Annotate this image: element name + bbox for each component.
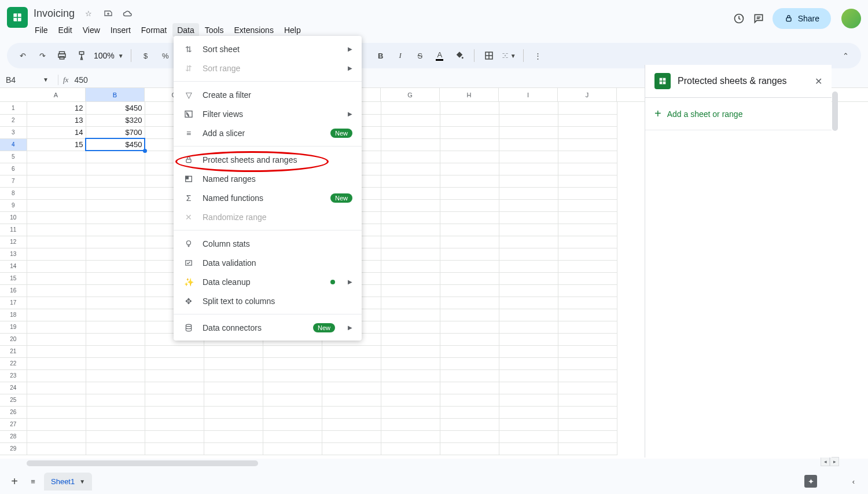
cell[interactable] bbox=[86, 224, 145, 236]
cell[interactable] bbox=[499, 418, 558, 430]
add-sheet-icon[interactable]: + bbox=[7, 474, 22, 489]
row-header[interactable]: 19 bbox=[0, 321, 27, 333]
cell[interactable] bbox=[440, 151, 499, 163]
cell[interactable] bbox=[499, 224, 558, 236]
cell[interactable] bbox=[27, 430, 86, 442]
cell[interactable]: $450 bbox=[86, 102, 145, 114]
cell[interactable] bbox=[558, 175, 617, 187]
cell[interactable] bbox=[440, 260, 499, 272]
cell[interactable] bbox=[27, 199, 86, 211]
cell[interactable] bbox=[145, 406, 204, 418]
cell[interactable] bbox=[499, 272, 558, 284]
cell[interactable] bbox=[558, 138, 617, 151]
row-header[interactable]: 1 bbox=[0, 102, 27, 114]
row-header[interactable]: 8 bbox=[0, 187, 27, 199]
menu-file[interactable]: File bbox=[30, 23, 53, 37]
cell[interactable] bbox=[440, 236, 499, 248]
cell[interactable] bbox=[86, 151, 145, 163]
col-header-G[interactable]: G bbox=[381, 88, 440, 101]
cell[interactable] bbox=[499, 394, 558, 406]
cell[interactable] bbox=[440, 175, 499, 187]
cell[interactable] bbox=[440, 345, 499, 357]
menu-add-slicer[interactable]: ≡Add a slicerNew bbox=[174, 123, 362, 142]
hscroll-left-icon[interactable]: ◂ bbox=[821, 457, 830, 466]
cell[interactable] bbox=[558, 442, 617, 455]
row-header[interactable]: 26 bbox=[0, 406, 27, 418]
cell[interactable] bbox=[27, 163, 86, 175]
cell[interactable] bbox=[27, 175, 86, 187]
menu-protect-sheets[interactable]: Protect sheets and ranges bbox=[174, 150, 362, 169]
cell[interactable] bbox=[381, 151, 440, 163]
cell[interactable] bbox=[558, 272, 617, 284]
cell[interactable] bbox=[322, 345, 381, 357]
cell[interactable] bbox=[86, 309, 145, 321]
cell[interactable] bbox=[558, 224, 617, 236]
cell[interactable] bbox=[499, 321, 558, 333]
cell[interactable] bbox=[263, 394, 322, 406]
cell[interactable] bbox=[440, 126, 499, 138]
cell[interactable] bbox=[558, 297, 617, 309]
cell[interactable] bbox=[440, 163, 499, 175]
cell[interactable] bbox=[381, 321, 440, 333]
menu-data-validation[interactable]: Data validation bbox=[174, 253, 362, 272]
cell[interactable] bbox=[381, 248, 440, 260]
cell[interactable] bbox=[381, 187, 440, 199]
cell[interactable] bbox=[27, 442, 86, 455]
cell[interactable] bbox=[499, 333, 558, 345]
cell[interactable] bbox=[499, 382, 558, 394]
menu-create-filter[interactable]: ▽Create a filter bbox=[174, 85, 362, 104]
cell[interactable] bbox=[440, 284, 499, 297]
star-icon[interactable]: ☆ bbox=[83, 8, 94, 19]
cell[interactable] bbox=[27, 369, 86, 382]
col-header-A[interactable]: A bbox=[27, 88, 86, 101]
cell[interactable] bbox=[27, 321, 86, 333]
cell[interactable] bbox=[204, 394, 263, 406]
cell[interactable] bbox=[322, 430, 381, 442]
cell[interactable] bbox=[558, 248, 617, 260]
borders-icon[interactable] bbox=[481, 48, 496, 63]
cell[interactable] bbox=[145, 430, 204, 442]
row-header[interactable]: 5 bbox=[0, 151, 27, 163]
cell[interactable] bbox=[440, 138, 499, 151]
cell[interactable] bbox=[440, 248, 499, 260]
cell[interactable] bbox=[86, 345, 145, 357]
cell[interactable] bbox=[263, 369, 322, 382]
paint-format-icon[interactable] bbox=[74, 48, 89, 63]
cell[interactable] bbox=[381, 297, 440, 309]
cell[interactable] bbox=[381, 163, 440, 175]
cell[interactable] bbox=[558, 394, 617, 406]
cell[interactable] bbox=[86, 260, 145, 272]
cell[interactable] bbox=[381, 442, 440, 455]
cell[interactable] bbox=[381, 211, 440, 224]
all-sheets-icon[interactable]: ≡ bbox=[25, 474, 41, 489]
menu-format[interactable]: Format bbox=[137, 23, 171, 37]
cell[interactable] bbox=[145, 357, 204, 369]
menu-edit[interactable]: Edit bbox=[54, 23, 77, 37]
cell[interactable] bbox=[27, 394, 86, 406]
cell[interactable] bbox=[263, 418, 322, 430]
cell[interactable] bbox=[558, 163, 617, 175]
cell[interactable] bbox=[381, 114, 440, 126]
comments-icon[interactable] bbox=[753, 13, 764, 24]
cell[interactable] bbox=[558, 199, 617, 211]
cell[interactable]: 12 bbox=[27, 102, 86, 114]
strike-icon[interactable]: S bbox=[413, 48, 428, 63]
sheet-tab[interactable]: Sheet1▼ bbox=[44, 473, 92, 491]
menu-tools[interactable]: Tools bbox=[200, 23, 229, 37]
menu-data[interactable]: Data bbox=[172, 23, 199, 37]
row-header[interactable]: 21 bbox=[0, 345, 27, 357]
cell[interactable] bbox=[86, 236, 145, 248]
row-header[interactable]: 25 bbox=[0, 394, 27, 406]
cell[interactable] bbox=[263, 406, 322, 418]
hscroll-right-icon[interactable]: ▸ bbox=[830, 457, 839, 466]
horizontal-scrollbar[interactable] bbox=[27, 460, 258, 466]
cell[interactable] bbox=[322, 369, 381, 382]
document-title[interactable]: Invoicing bbox=[34, 8, 75, 20]
cell[interactable] bbox=[558, 382, 617, 394]
sheets-logo[interactable] bbox=[7, 7, 28, 28]
cell[interactable] bbox=[440, 211, 499, 224]
cell[interactable] bbox=[558, 418, 617, 430]
menu-split-text[interactable]: ✥Split text to columns bbox=[174, 291, 362, 310]
collapse-toolbar-icon[interactable]: ⌃ bbox=[838, 48, 853, 63]
avatar[interactable] bbox=[841, 9, 861, 28]
